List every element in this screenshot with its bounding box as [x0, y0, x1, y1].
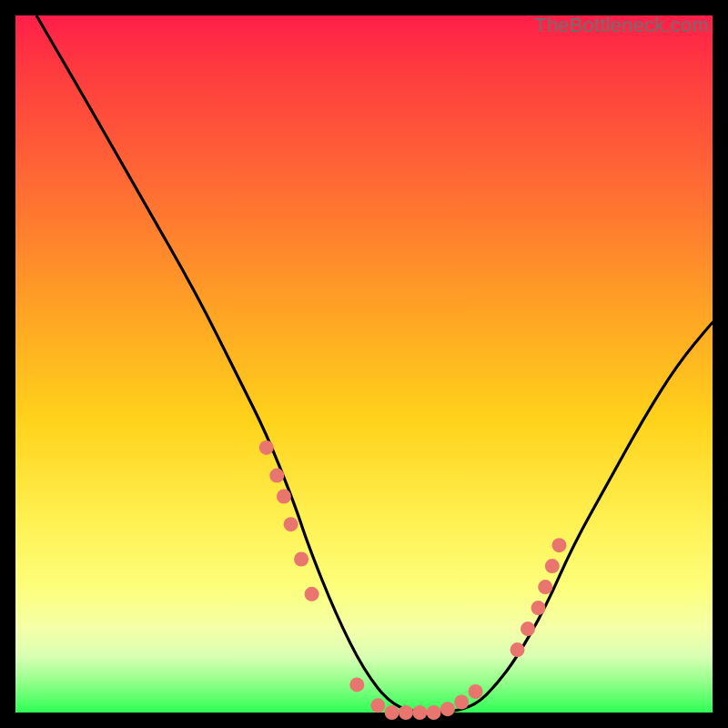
bottleneck-curve-svg [15, 15, 713, 713]
main-curve [36, 15, 713, 713]
curve-dot [454, 695, 469, 710]
curve-dot [412, 705, 427, 720]
curve-dot [259, 440, 274, 455]
curve-dot [370, 698, 385, 713]
curve-dot [531, 601, 546, 615]
curve-dot [469, 684, 483, 699]
curve-dot [284, 517, 298, 531]
curve-dot [399, 705, 413, 720]
curve-dot [305, 587, 319, 602]
chart-frame: TheBottleneck.com [15, 15, 713, 713]
curve-dot [294, 552, 308, 567]
curve-dot [440, 702, 455, 716]
curve-dot [545, 559, 560, 573]
curve-dots-group [259, 440, 567, 720]
curve-dot [521, 622, 535, 636]
curve-dot [427, 705, 441, 720]
curve-dot [538, 580, 552, 594]
curve-dot [552, 538, 567, 552]
curve-dot [269, 469, 284, 483]
curve-dot [349, 677, 364, 692]
curve-dot [277, 490, 291, 504]
watermark-text: TheBottleneck.com [534, 14, 709, 37]
curve-dot [385, 705, 399, 720]
curve-dot [511, 642, 525, 657]
